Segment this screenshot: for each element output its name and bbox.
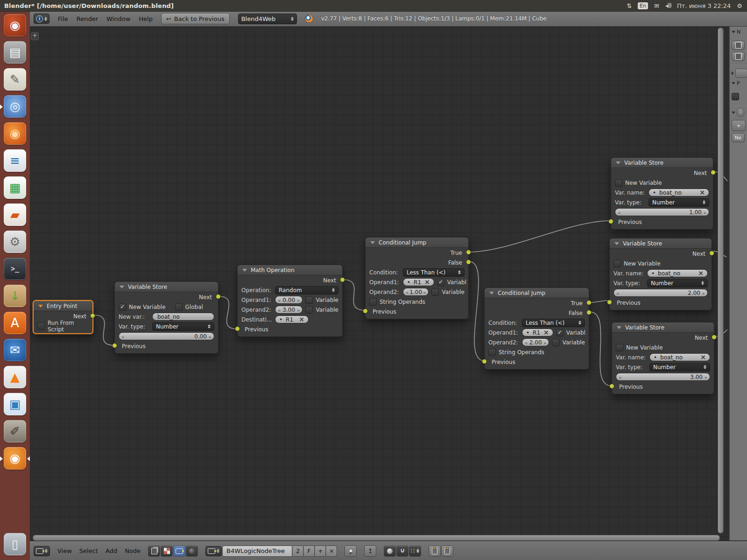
socket-false[interactable]: [466, 259, 471, 265]
node-variable-store-1[interactable]: Variable Store Next New Variable Var. na…: [611, 157, 713, 230]
new-tree-button[interactable]: +: [315, 546, 326, 557]
operation-dropdown[interactable]: Random: [275, 286, 338, 294]
vertical-scrollbar[interactable]: [718, 28, 724, 533]
socket-previous[interactable]: [608, 219, 613, 224]
checkbox-operand1-variable[interactable]: [437, 279, 444, 286]
menu-add[interactable]: Add: [106, 547, 117, 554]
launcher-file-manager-icon[interactable]: ▤: [4, 41, 26, 63]
checkbox-new-variable[interactable]: [613, 260, 621, 267]
launcher-blender-icon[interactable]: ◉: [4, 447, 26, 469]
launcher-software-updater-icon[interactable]: ↓: [4, 285, 26, 307]
node-header[interactable]: Math Operation: [238, 265, 342, 275]
socket-next[interactable]: [340, 277, 345, 282]
value-slider[interactable]: 1.00: [615, 208, 709, 216]
panel-collapse-icon[interactable]: [732, 71, 734, 75]
panel-button-icon[interactable]: [732, 52, 745, 61]
destination-field[interactable]: R1: [275, 315, 309, 323]
engine-dropdown[interactable]: Blend4Web: [238, 14, 297, 24]
logic-nodes-button[interactable]: [173, 546, 185, 557]
value-slider[interactable]: 3.00: [616, 373, 710, 381]
socket-false[interactable]: [586, 310, 592, 315]
socket-previous[interactable]: [482, 359, 487, 364]
operand2-slider[interactable]: 3.00: [275, 306, 303, 314]
node-entry-point[interactable]: Entry Point Next Run From Script: [33, 300, 93, 334]
panel-collapse-icon[interactable]: [732, 112, 735, 114]
clear-icon[interactable]: [699, 189, 705, 196]
launcher-firefox-icon[interactable]: ◉: [4, 122, 26, 145]
clock[interactable]: Пт. июня 3 22:24: [677, 2, 731, 9]
panel-button[interactable]: ◦: [737, 108, 744, 117]
socket-next[interactable]: [216, 294, 221, 299]
snap-magnet-button[interactable]: ∩: [396, 546, 409, 557]
operand1-variable-field[interactable]: R1: [522, 329, 553, 336]
clear-icon[interactable]: [299, 316, 304, 323]
horizontal-scrollbar[interactable]: [33, 535, 720, 541]
backdrop-button[interactable]: [384, 546, 396, 557]
sound-icon[interactable]: ◂))): [665, 2, 671, 9]
operand2-slider[interactable]: 1.00: [403, 288, 429, 296]
checkbox-operand2-variable[interactable]: [431, 288, 439, 296]
var-type-dropdown[interactable]: Number: [649, 363, 710, 371]
operand1-variable-field[interactable]: R1: [403, 278, 434, 286]
checkbox-new-variable[interactable]: [119, 303, 126, 311]
shader-nodes-button[interactable]: [148, 546, 160, 557]
launcher-libreoffice-calc-icon[interactable]: ▦: [4, 176, 26, 199]
node-editor-canvas[interactable]: Entry Point Next Run From Script Variabl…: [30, 27, 747, 560]
launcher-software-center-icon[interactable]: A: [4, 312, 26, 334]
panel-collapse-icon[interactable]: [732, 82, 735, 84]
node-header[interactable]: Entry Point: [34, 301, 92, 311]
launcher-trash-icon[interactable]: ▯: [4, 533, 26, 555]
var-name-field[interactable]: boat_no: [647, 269, 708, 277]
launcher-libreoffice-impress-icon[interactable]: ▰: [4, 203, 26, 226]
menu-help[interactable]: Help: [139, 15, 153, 22]
unlink-tree-button[interactable]: ×: [326, 546, 337, 557]
editor-type-selector[interactable]: [34, 546, 50, 556]
toolshelf-expand-button[interactable]: [31, 32, 39, 40]
updown-arrows-icon[interactable]: ⇅: [627, 2, 632, 9]
socket-previous[interactable]: [607, 300, 612, 305]
copy-nodes-button[interactable]: [429, 546, 441, 557]
socket-previous[interactable]: [363, 308, 368, 314]
collapse-icon[interactable]: [120, 286, 124, 288]
session-gear-icon[interactable]: ⚙: [737, 2, 742, 9]
collapse-icon[interactable]: [370, 241, 375, 244]
compositing-nodes-button[interactable]: [186, 546, 198, 557]
node-conditional-jump-2[interactable]: Conditional Jump True False Condition: L…: [484, 287, 589, 370]
socket-next[interactable]: [709, 251, 714, 256]
checkbox-global[interactable]: [175, 303, 183, 311]
socket-true[interactable]: [586, 300, 592, 305]
clear-icon[interactable]: [424, 279, 430, 286]
launcher-thunderbird-icon[interactable]: ✉: [4, 339, 26, 361]
menu-file[interactable]: File: [58, 15, 68, 22]
collapse-icon[interactable]: [242, 269, 247, 272]
checkbox-operand2-variable[interactable]: [305, 306, 313, 314]
menu-node[interactable]: Node: [125, 547, 141, 554]
fake-user-button[interactable]: F: [304, 546, 315, 557]
node-tree-name-field[interactable]: B4WLogicNodeTree: [222, 546, 292, 557]
launcher-gimp-icon[interactable]: ✐: [4, 420, 26, 442]
checkbox-run-from-script[interactable]: [37, 322, 45, 330]
node-conditional-jump-1[interactable]: Conditional Jump True False Condition: L…: [365, 237, 469, 319]
launcher-ubuntu-dash-icon[interactable]: ◉: [4, 14, 26, 36]
menu-view[interactable]: View: [57, 547, 72, 554]
checkbox-operand1-variable[interactable]: [556, 329, 564, 336]
panel-new-button[interactable]: Ne: [732, 133, 745, 142]
node-header[interactable]: Conditional Jump: [366, 238, 468, 248]
node-header[interactable]: Variable Store: [610, 238, 712, 249]
launcher-libreoffice-writer-icon[interactable]: ≡: [4, 149, 26, 172]
condition-dropdown[interactable]: Less Than (<): [403, 268, 465, 277]
node-variable-store-2[interactable]: Variable Store Next New Variable Var. na…: [609, 238, 712, 310]
snap-element-dropdown[interactable]: ∷: [409, 546, 421, 557]
node-header[interactable]: Variable Store: [611, 158, 713, 168]
panel-checkbox[interactable]: [732, 93, 739, 100]
users-count-badge[interactable]: 2: [293, 546, 303, 557]
launcher-text-editor-icon[interactable]: ✎: [4, 68, 26, 91]
back-to-previous-button[interactable]: ↩ Back to Previous: [161, 13, 230, 24]
value-slider[interactable]: 2.00: [613, 289, 708, 297]
var-name-field[interactable]: boat_no: [648, 189, 709, 196]
socket-previous[interactable]: [112, 343, 117, 348]
launcher-vlc-icon[interactable]: ▲: [4, 366, 26, 388]
collapse-icon[interactable]: [489, 292, 494, 294]
menu-render[interactable]: Render: [77, 15, 98, 22]
panel-button[interactable]: [735, 69, 747, 78]
